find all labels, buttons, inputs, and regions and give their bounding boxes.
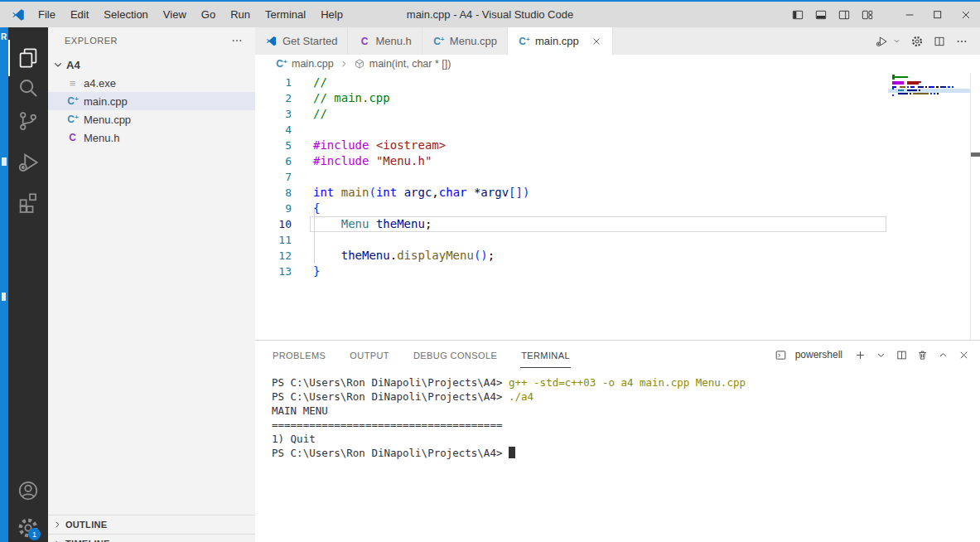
section-label: OUTLINE — [65, 520, 107, 530]
tabs: Get StartedCMenu.hC+Menu.cppC+main.cpp — [255, 27, 613, 55]
bottom-panel: PROBLEMSOUTPUTDEBUG CONSOLETERMINAL powe… — [255, 340, 980, 542]
layout-sidebar-right-button[interactable] — [836, 7, 852, 23]
background-window-fragment — [2, 157, 7, 166]
activity-source-control-icon[interactable] — [16, 109, 41, 133]
split-editor-icon[interactable] — [933, 35, 946, 48]
panel-tab-problems[interactable]: PROBLEMS — [272, 341, 326, 368]
activity-run-and-debug-icon[interactable] — [16, 150, 41, 175]
activity-extensions-icon[interactable] — [16, 190, 41, 215]
vscode-window: FileEditSelectionViewGoRunTerminalHelp m… — [0, 0, 980, 542]
line-content: #include "Menu.h" — [292, 153, 432, 169]
gear-icon[interactable] — [910, 35, 924, 48]
activity-settings-icon[interactable]: 1 — [16, 515, 41, 540]
line-number: 5 — [255, 138, 292, 153]
maximize-button[interactable] — [924, 2, 952, 27]
overview-ruler-mark — [971, 152, 980, 157]
code-line-9: 9{ — [255, 201, 980, 216]
panel-tab-debug-console[interactable]: DEBUG CONSOLE — [413, 341, 498, 368]
line-content: } — [292, 264, 320, 279]
code-lines: 1//2// main.cpp3//45#include <iostream>6… — [255, 75, 980, 279]
activity-search-icon[interactable] — [16, 75, 41, 100]
tab-label: Menu.cpp — [450, 35, 497, 47]
run-or-debug-icon[interactable] — [875, 35, 888, 48]
tab-main.cpp[interactable]: C+main.cpp — [508, 27, 613, 55]
menubar: FileEditSelectionViewGoRunTerminalHelp — [31, 2, 350, 27]
menu-terminal[interactable]: Terminal — [258, 2, 313, 27]
customize-layout-button[interactable] — [859, 7, 876, 23]
code-line-10: 10 Menu theMenu; — [255, 216, 980, 232]
close-button[interactable] — [952, 2, 980, 27]
menu-help[interactable]: Help — [313, 2, 350, 27]
line-content: { — [292, 201, 320, 216]
panel-header: PROBLEMSOUTPUTDEBUG CONSOLETERMINAL powe… — [255, 341, 980, 369]
executable-file-icon: ≡ — [66, 77, 79, 90]
tab-menu.h[interactable]: CMenu.h — [348, 27, 422, 55]
file-name: Menu.cpp — [84, 114, 131, 126]
line-content: Menu theMenu; — [292, 216, 432, 232]
menu-go[interactable]: Go — [194, 2, 223, 27]
code-editor[interactable]: 1//2// main.cpp3//45#include <iostream>6… — [255, 73, 980, 340]
cpp-file-icon: C+ — [275, 58, 287, 70]
activity-explorer-icon[interactable] — [16, 46, 41, 70]
tab-get-started[interactable]: Get Started — [255, 27, 348, 55]
editor-actions — [875, 27, 980, 55]
menu-run[interactable]: Run — [223, 2, 258, 27]
overview-ruler[interactable] — [970, 73, 980, 340]
chevron-down-icon[interactable] — [892, 36, 901, 46]
menu-file[interactable]: File — [31, 2, 63, 27]
chevron-right-icon — [51, 519, 63, 530]
breadcrumb-symbol[interactable]: main(int, char * []) — [369, 58, 451, 70]
menu-selection[interactable]: Selection — [96, 2, 155, 27]
split-terminal-icon[interactable] — [896, 349, 908, 361]
explorer-sidebar: EXPLORER A4 ≡a4.exeC+main.cppC+Menu.cppC… — [48, 27, 255, 542]
section-timeline[interactable]: TIMELINE — [48, 534, 255, 542]
file-row-a4.exe[interactable]: ≡a4.exe — [48, 74, 255, 92]
window-title: main.cpp - A4 - Visual Studio Code — [407, 8, 573, 21]
code-line-5: 5#include <iostream> — [255, 138, 980, 153]
tab-menu.cpp[interactable]: C+Menu.cpp — [422, 27, 508, 55]
close-panel-icon[interactable] — [958, 349, 970, 361]
menu-view[interactable]: View — [156, 2, 194, 27]
activity-accounts-icon[interactable] — [16, 478, 41, 503]
layout-panel-button[interactable] — [813, 7, 829, 23]
explorer-more-actions-icon[interactable] — [230, 34, 244, 47]
file-row-Menu.cpp[interactable]: C+Menu.cpp — [48, 110, 255, 128]
background-window-strip: R — [0, 27, 8, 542]
sidebar-title: EXPLORER — [65, 36, 118, 46]
panel-tab-terminal[interactable]: TERMINAL — [520, 341, 571, 368]
file-row-main.cpp[interactable]: C+main.cpp — [48, 92, 255, 110]
file-name: a4.exe — [84, 77, 116, 90]
layout-sidebar-left-button[interactable] — [789, 7, 806, 23]
kill-terminal-icon[interactable] — [916, 349, 929, 361]
chevron-right-icon — [51, 538, 63, 542]
vscode-logo-icon — [11, 7, 26, 22]
terminal-line: MAIN MENU — [272, 404, 972, 418]
new-terminal-icon[interactable] — [854, 349, 867, 361]
minimize-button[interactable] — [896, 2, 924, 27]
file-row-Menu.h[interactable]: CMenu.h — [48, 128, 255, 147]
shell-label[interactable]: powershell — [795, 349, 842, 361]
section-outline[interactable]: OUTLINE — [48, 515, 255, 534]
line-number: 9 — [255, 201, 292, 216]
active-view-indicator — [8, 40, 10, 76]
menu-edit[interactable]: Edit — [63, 2, 96, 27]
breadcrumb-file[interactable]: main.cpp — [292, 58, 334, 70]
line-number: 8 — [255, 185, 292, 201]
cpp-file-icon: C+ — [518, 36, 530, 47]
activity-bar: 1 — [8, 27, 48, 542]
terminal-line: ===================================== — [272, 418, 972, 432]
terminal-content[interactable]: PS C:\Users\Ron DiNapoli\Projects\A4> g+… — [272, 375, 972, 542]
line-number: 13 — [255, 264, 292, 279]
panel-tab-output[interactable]: OUTPUT — [349, 341, 390, 368]
code-line-12: 12 theMenu.displayMenu(); — [255, 248, 980, 264]
folder-row-a4[interactable]: A4 — [48, 56, 255, 74]
line-content: theMenu.displayMenu(); — [292, 248, 495, 264]
more-actions-icon[interactable] — [955, 35, 968, 48]
close-tab-icon[interactable] — [591, 36, 602, 47]
maximize-panel-icon[interactable] — [937, 349, 949, 361]
line-number: 6 — [255, 153, 292, 169]
launch-profile-dropdown-icon[interactable] — [875, 349, 887, 361]
terminal-toolbar: powershell — [775, 349, 970, 361]
file-list: ≡a4.exeC+main.cppC+Menu.cppCMenu.h — [48, 74, 255, 147]
minimap[interactable] — [888, 75, 963, 96]
